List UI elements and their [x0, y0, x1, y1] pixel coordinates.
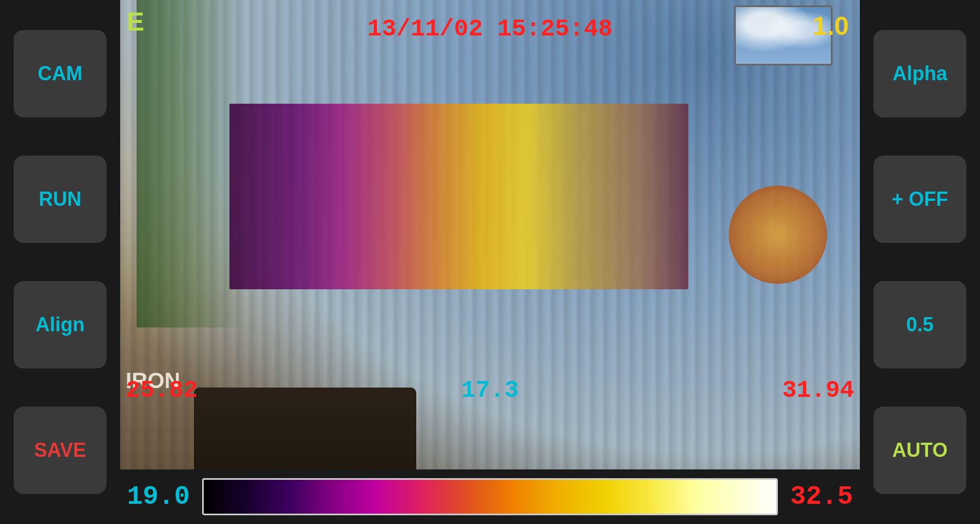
save-label: SAVE: [34, 439, 86, 462]
decorative-circle: [729, 186, 827, 284]
thermal-overlay: [229, 104, 688, 289]
auto-label: AUTO: [892, 439, 947, 462]
temp-min-value: 25.82: [126, 377, 198, 404]
temp-mid-value: 17.3: [461, 377, 519, 404]
bottom-bar: 19.0 32.5: [120, 469, 860, 524]
align-button[interactable]: Align: [14, 281, 107, 368]
cam-label: CAM: [38, 62, 82, 85]
cam-button[interactable]: CAM: [14, 30, 107, 117]
auto-button[interactable]: AUTO: [873, 407, 966, 494]
datetime-display: 13/11/02 15:25:48: [368, 15, 613, 43]
right-sidebar: Alpha + OFF 0.5 AUTO: [860, 0, 980, 524]
align-label: Align: [36, 313, 85, 336]
save-button[interactable]: SAVE: [14, 407, 107, 494]
main-camera-view[interactable]: E 13/11/02 15:25:48 1.0 IRON 25.82 17.3 …: [120, 0, 860, 524]
off-button[interactable]: + OFF: [873, 156, 966, 243]
left-sidebar: CAM RUN Align SAVE: [0, 0, 120, 524]
version-value: 1.0: [812, 11, 849, 41]
off-label: + OFF: [892, 188, 948, 211]
bottom-temp-right: 32.5: [789, 482, 854, 511]
color-scale-bar: [202, 478, 778, 515]
e-indicator: E: [127, 7, 144, 37]
value-button[interactable]: 0.5: [873, 281, 966, 368]
bottom-temp-left: 19.0: [126, 482, 191, 511]
run-label: RUN: [39, 188, 81, 211]
value-05-label: 0.5: [906, 313, 934, 336]
alpha-button[interactable]: Alpha: [873, 30, 966, 117]
temp-max-value: 31.94: [782, 377, 854, 404]
run-button[interactable]: RUN: [14, 156, 107, 243]
alpha-label: Alpha: [893, 62, 947, 85]
